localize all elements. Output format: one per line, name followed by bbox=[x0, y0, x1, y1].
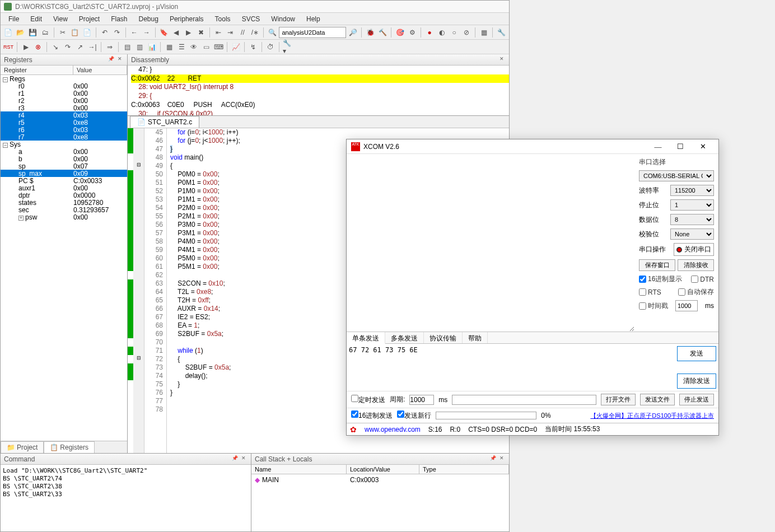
reg-b[interactable]: b0x00 bbox=[1, 155, 127, 162]
reg-r0[interactable]: r00x00 bbox=[1, 82, 127, 90]
run-icon[interactable]: ▶ bbox=[20, 41, 31, 53]
reg-group-regs[interactable]: −Regs bbox=[1, 75, 127, 82]
uncomment-icon[interactable]: /∗ bbox=[249, 27, 260, 38]
menu-tools[interactable]: Tools bbox=[209, 13, 236, 25]
bp-disable-icon[interactable]: ○ bbox=[449, 27, 460, 38]
menu-project[interactable]: Project bbox=[73, 13, 105, 25]
trace-icon[interactable]: ↯ bbox=[248, 41, 259, 53]
close-icon[interactable]: ✕ bbox=[498, 455, 506, 463]
bookmark-prev-icon[interactable]: ◀ bbox=[171, 27, 182, 38]
baud-select[interactable]: 115200 bbox=[670, 185, 714, 196]
code-line[interactable]: for (i=0; i<1000; i++) bbox=[170, 128, 509, 137]
redo-icon[interactable]: ↷ bbox=[111, 27, 123, 38]
reg-auxr1[interactable]: auxr10x00 bbox=[1, 184, 127, 192]
gear-icon[interactable]: ✿ bbox=[350, 425, 357, 434]
autosave-checkbox[interactable]: 自动保存 bbox=[678, 287, 714, 297]
close-pane-icon[interactable]: ✕ bbox=[116, 56, 124, 64]
step-out-icon[interactable]: ↗ bbox=[74, 41, 86, 53]
fwd-icon[interactable]: → bbox=[141, 27, 152, 38]
ad-link[interactable]: 【火爆全网】正点原子DS100手持示波器上市 bbox=[590, 412, 714, 420]
build-icon[interactable]: 🔨 bbox=[377, 27, 388, 38]
options-icon[interactable]: ⚙ bbox=[407, 27, 418, 38]
reg-r3[interactable]: r30x00 bbox=[1, 104, 127, 111]
disasm-window-icon[interactable]: ▥ bbox=[134, 41, 145, 53]
reset-icon[interactable]: RST bbox=[3, 41, 14, 53]
clear-send-button[interactable]: 清除发送 bbox=[677, 374, 716, 389]
step-over-icon[interactable]: ↷ bbox=[62, 41, 73, 53]
pin-icon[interactable]: 📌 bbox=[231, 455, 239, 463]
pin-icon[interactable]: 📌 bbox=[107, 56, 115, 64]
timestamp-checkbox[interactable]: 时间戳 bbox=[639, 301, 668, 311]
step-in-icon[interactable]: ↘ bbox=[50, 41, 61, 53]
reg-sec[interactable]: sec0.31293657 bbox=[1, 206, 127, 213]
outdent-icon[interactable]: ⇥ bbox=[225, 27, 236, 38]
reg-r5[interactable]: r50xe8 bbox=[1, 119, 127, 126]
url-link[interactable]: www.openedv.com bbox=[365, 426, 421, 433]
callstack-icon[interactable]: ☰ bbox=[176, 41, 187, 53]
callstack-body[interactable]: ◆MAINC:0x0003 bbox=[251, 474, 509, 531]
find-icon[interactable]: 🔍 bbox=[267, 27, 278, 38]
config-icon[interactable]: 🔧 bbox=[496, 27, 507, 38]
menu-peripherals[interactable]: Peripherals bbox=[164, 13, 209, 25]
save-window-button[interactable]: 保存窗口 bbox=[639, 259, 675, 271]
menu-edit[interactable]: Edit bbox=[25, 13, 48, 25]
menu-debug[interactable]: Debug bbox=[133, 13, 164, 25]
open-icon[interactable]: 📂 bbox=[15, 27, 26, 38]
reg-psw[interactable]: +psw0x00 bbox=[1, 213, 127, 221]
tab-registers[interactable]: 📋Registers bbox=[44, 441, 95, 453]
xcom-tab-0[interactable]: 单条发送 bbox=[347, 332, 385, 344]
bp-enable-icon[interactable]: ◐ bbox=[436, 27, 447, 38]
new-icon[interactable]: 📄 bbox=[3, 27, 14, 38]
parity-select[interactable]: None bbox=[670, 228, 714, 240]
disassembly-body[interactable]: 47: } C:0x0062 22 RET 28: void UART2_Isr… bbox=[128, 66, 509, 115]
reg-r1[interactable]: r10x00 bbox=[1, 90, 127, 97]
menu-help[interactable]: Help bbox=[301, 13, 326, 25]
find-combo[interactable] bbox=[279, 27, 346, 38]
run-to-icon[interactable]: →| bbox=[87, 41, 98, 53]
paste-icon[interactable]: 📄 bbox=[82, 27, 93, 38]
reg-PC[interactable]: PC $C:0x0033 bbox=[1, 177, 127, 184]
indent-icon[interactable]: ⇤ bbox=[213, 27, 224, 38]
bp-kill-icon[interactable]: ⊘ bbox=[461, 27, 472, 38]
breakpoint-icon[interactable]: ● bbox=[424, 27, 435, 38]
close-icon[interactable]: ✕ bbox=[692, 140, 714, 153]
menu-svcs[interactable]: SVCS bbox=[236, 13, 266, 25]
reg-a[interactable]: a0x00 bbox=[1, 148, 127, 155]
profiler-icon[interactable]: ⏱ bbox=[265, 41, 276, 53]
serial-icon[interactable]: ⌨ bbox=[213, 41, 224, 53]
cmd-window-icon[interactable]: ▤ bbox=[122, 41, 133, 53]
tab-project[interactable]: 📁Project bbox=[1, 441, 44, 453]
reg-sp[interactable]: sp0x07 bbox=[1, 162, 127, 170]
bookmark-icon[interactable]: 🔖 bbox=[158, 27, 170, 38]
reg-r2[interactable]: r20x00 bbox=[1, 97, 127, 104]
close-port-button[interactable]: 关闭串口 bbox=[674, 243, 714, 256]
reg-sp_max[interactable]: sp_max0x09 bbox=[1, 170, 127, 177]
menu-flash[interactable]: Flash bbox=[105, 13, 133, 25]
tools-icon[interactable]: 🔧▾ bbox=[282, 41, 293, 53]
reg-r7[interactable]: r70xe8 bbox=[1, 133, 127, 141]
menu-file[interactable]: File bbox=[3, 13, 25, 25]
file-path-input[interactable] bbox=[452, 395, 596, 405]
registers-tree[interactable]: −Regsr00x00r10x00r20x00r30x00r40x03r50xe… bbox=[1, 75, 127, 441]
regs-window-icon[interactable]: ▦ bbox=[164, 41, 175, 53]
command-output[interactable]: Load "D:\\WORK\\STC8G_Uart2\\STC_UART2" … bbox=[1, 465, 251, 531]
xcom-tab-3[interactable]: 帮助 bbox=[463, 332, 488, 343]
databits-select[interactable]: 8 bbox=[670, 214, 714, 225]
port-select[interactable]: COM6:USB-SERIAL CH340 bbox=[639, 170, 714, 181]
send-newline-checkbox[interactable]: 发送新行 bbox=[397, 410, 431, 421]
xcom-titlebar[interactable]: ATK XCOM V2.6 — ☐ ✕ bbox=[347, 139, 718, 154]
open-file-button[interactable]: 打开文件 bbox=[601, 394, 636, 405]
copy-icon[interactable]: 📋 bbox=[69, 27, 81, 38]
hex-display-checkbox[interactable]: 16进制显示 bbox=[639, 274, 682, 284]
pin-icon[interactable]: 📌 bbox=[489, 455, 497, 463]
comment-icon[interactable]: // bbox=[237, 27, 248, 38]
stop-icon[interactable]: ⊗ bbox=[32, 41, 44, 53]
debug-icon[interactable]: 🐞 bbox=[365, 27, 376, 38]
memory-icon[interactable]: ▭ bbox=[200, 41, 212, 53]
rts-checkbox[interactable]: RTS bbox=[639, 288, 661, 296]
maximize-icon[interactable]: ☐ bbox=[669, 140, 692, 153]
back-icon[interactable]: ← bbox=[129, 27, 140, 38]
target-icon[interactable]: 🎯 bbox=[394, 27, 405, 38]
send-file-button[interactable]: 发送文件 bbox=[640, 394, 675, 405]
cut-icon[interactable]: ✂ bbox=[57, 27, 68, 38]
